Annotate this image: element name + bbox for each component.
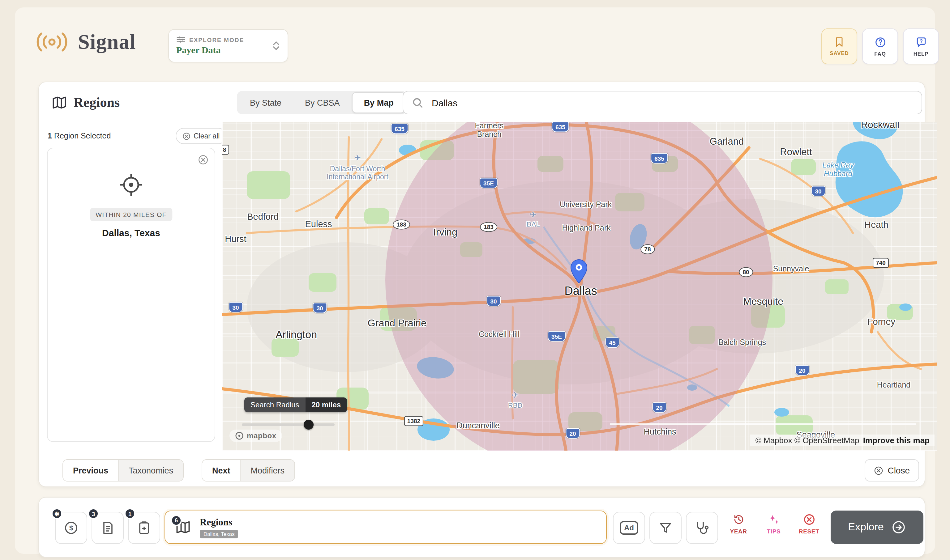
search-radius-tooltip: Search Radius 20 miles [244, 397, 347, 412]
region-mode-tabs: By State By CBSA By Map [237, 91, 407, 114]
explore-label: Explore [848, 521, 884, 534]
ad-icon: Ad [620, 521, 638, 535]
interstate-shield: 35E [480, 178, 498, 188]
explore-mode-dropdown[interactable]: EXPLORE MODE Payer Data [168, 29, 288, 62]
map-label: Forney [867, 317, 895, 327]
map-label: Hutchins [643, 427, 676, 437]
radius-slider-knob[interactable] [304, 420, 313, 429]
radius-slider-track[interactable] [242, 423, 335, 426]
modifiers-tool-button[interactable]: 1 [128, 512, 160, 544]
clear-all-button[interactable]: Clear all [176, 128, 227, 144]
search-radius-label: Search Radius [244, 397, 305, 412]
filter-tool-button[interactable] [649, 512, 682, 544]
circle-x-icon [803, 514, 815, 525]
payer-badge: ✱ [51, 508, 62, 519]
payer-tool-button[interactable]: ✱ $ [55, 512, 87, 544]
map-label: Farmers Branch [475, 122, 503, 139]
help-bubble-icon: ? [915, 36, 927, 48]
query-builder-bar: ✱ $ 3 1 6 [39, 497, 925, 557]
map-label: Duncanville [456, 421, 500, 431]
map-canvas[interactable]: Farmers Branch Garland Rowlett Lake Ray … [222, 122, 937, 451]
year-label: YEAR [730, 528, 747, 535]
map-water-label: Lake Ray Hubbard [822, 162, 853, 178]
highway-shield: 183 [393, 220, 410, 229]
modifiers-badge: 1 [124, 508, 136, 519]
ad-tool-button[interactable]: Ad [613, 512, 645, 544]
interstate-shield: 635 [391, 124, 408, 134]
search-input[interactable] [430, 97, 913, 108]
brand-name: Signal [78, 30, 136, 54]
tips-label: TIPS [767, 528, 781, 535]
airport-icon: ✈ [530, 210, 537, 219]
map-label: University Park [560, 200, 612, 209]
map-label: Bedford [247, 212, 279, 222]
mapbox-logo-icon [235, 431, 244, 440]
clock-history-icon [733, 514, 744, 525]
interstate-shield: 20 [795, 365, 809, 375]
map-label: Balch Springs [719, 338, 766, 347]
reset-button[interactable]: RESET [795, 514, 823, 535]
funnel-icon [658, 520, 673, 535]
map-label: Heath [864, 220, 888, 230]
arrow-right-circle-icon [891, 520, 906, 535]
regions-panel: Regions By State By CBSA By Map 1 Region… [39, 82, 925, 487]
radius-target-icon [118, 172, 144, 200]
year-button[interactable]: YEAR [724, 514, 753, 535]
tab-by-state[interactable]: By State [239, 93, 293, 112]
search-radius-value: 20 miles [305, 397, 347, 412]
previous-step-button[interactable]: Previous Taxonomies [62, 459, 184, 482]
interstate-shield: 635 [651, 153, 668, 163]
page-title: Regions [74, 95, 120, 111]
selected-region-card: WITHIN 20 MILES OF Dallas, Texas [47, 148, 215, 442]
tab-by-cbsa[interactable]: By CBSA [294, 93, 351, 112]
explore-button[interactable]: Explore [831, 511, 924, 544]
next-target: Modifiers [240, 460, 295, 481]
faq-button[interactable]: FAQ [862, 28, 898, 64]
saved-button[interactable]: SAVED [821, 28, 857, 64]
explore-mode-value: Payer Data [176, 45, 272, 55]
regions-badge: 6 [171, 515, 182, 526]
mapbox-logo[interactable]: mapbox [230, 429, 282, 442]
panel-title: Regions [51, 95, 120, 111]
map-search [403, 91, 922, 114]
interstate-shield: 30 [486, 296, 500, 306]
interstate-shield: 35E [547, 331, 566, 342]
remove-region-button[interactable] [198, 154, 208, 165]
map-label: Sunnyvale [773, 265, 809, 274]
highway-shield: 78 [640, 245, 654, 254]
providers-tool-button[interactable] [686, 512, 718, 544]
map-pin [570, 259, 588, 286]
stethoscope-icon [694, 520, 709, 535]
map-label: Garland [710, 136, 744, 147]
app-window: Signal EXPLORE MODE Payer Data SAVED [0, 0, 950, 560]
next-label: Next [202, 460, 240, 481]
sliders-icon [176, 36, 185, 43]
saved-label: SAVED [830, 50, 848, 56]
count-number: 1 [48, 132, 52, 140]
map-label: Hurst [225, 234, 246, 244]
circle-x-icon [198, 154, 208, 165]
sparkles-icon [768, 514, 780, 525]
map-airport-label: Dallas/Fort Worth International Airport [327, 165, 388, 182]
map-label-dallas: Dallas [564, 284, 597, 298]
improve-map-link[interactable]: Improve this map [863, 436, 930, 445]
map-label: Rockwall [861, 122, 899, 131]
interstate-shield: 20 [566, 428, 580, 438]
map-label: Arlington [276, 329, 317, 341]
radius-chip: WITHIN 20 MILES OF [90, 208, 172, 221]
tips-button[interactable]: TIPS [759, 514, 788, 535]
tab-by-map[interactable]: By Map [352, 92, 406, 113]
next-step-button[interactable]: Next Modifiers [202, 459, 295, 482]
map-airport-label: DAL [527, 220, 540, 228]
chevron-up-down-icon [272, 40, 280, 52]
map-scale-bar [610, 423, 916, 425]
close-panel-button[interactable]: Close [865, 459, 919, 482]
radius-slider[interactable] [242, 418, 335, 429]
interstate-shield: 30 [228, 302, 242, 312]
help-button[interactable]: ? HELP [903, 28, 939, 64]
regions-query-field[interactable]: 6 Regions Dallas, Texas [165, 511, 607, 544]
taxonomies-tool-button[interactable]: 3 [91, 512, 124, 544]
clear-all-label: Clear all [194, 132, 219, 140]
map-label: Mesquite [743, 296, 783, 308]
help-label: HELP [913, 50, 928, 57]
